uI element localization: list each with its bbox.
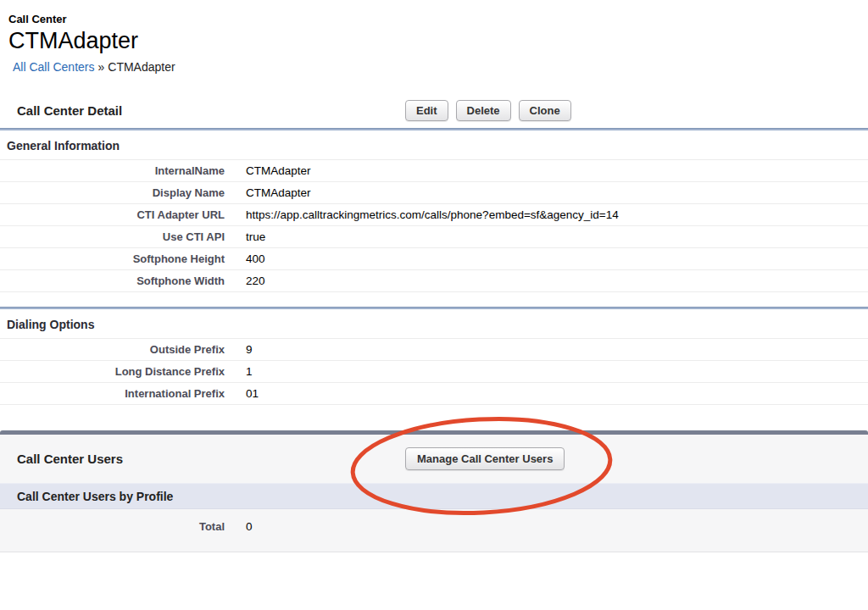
field-row-cti-adapter-url: CTI Adapter URL https://app.calltracking… (0, 204, 868, 226)
field-label: Softphone Width (0, 274, 225, 287)
field-value: 400 (225, 252, 265, 265)
page-header: Call Center CTMAdapter All Call Centers»… (0, 0, 868, 74)
total-row: Total 0 (0, 509, 868, 552)
field-value: 01 (225, 387, 259, 400)
field-value: 9 (225, 343, 253, 356)
breadcrumb-separator: » (97, 60, 104, 74)
field-row-use-cti-api: Use CTI API true (0, 226, 868, 248)
users-section-title: Call Center Users (17, 452, 123, 466)
field-value: https://app.calltrackingmetrics.com/call… (225, 208, 619, 221)
breadcrumb: All Call Centers»CTMAdapter (13, 60, 868, 74)
general-information-fields: InternalName CTMAdapter Display Name CTM… (0, 159, 868, 292)
breadcrumb-current: CTMAdapter (108, 60, 175, 74)
call-center-users-section: Call Center Users Manage Call Center Use… (0, 430, 868, 552)
field-row-softphone-height: Softphone Height 400 (0, 248, 868, 270)
dialing-options-fields: Outside Prefix 9 Long Distance Prefix 1 … (0, 338, 868, 405)
section-rule-dialing (0, 307, 868, 309)
detail-section-title: Call Center Detail (17, 103, 122, 118)
users-by-profile-subheader: Call Center Users by Profile (0, 483, 868, 509)
field-value: 1 (225, 365, 253, 378)
users-section-header: Call Center Users Manage Call Center Use… (0, 435, 868, 483)
delete-button[interactable]: Delete (456, 100, 511, 121)
detail-header: Call Center Detail Edit Delete Clone (0, 97, 868, 128)
field-label: Long Distance Prefix (0, 365, 225, 378)
field-value: CTMAdapter (225, 164, 311, 177)
clone-button[interactable]: Clone (519, 100, 571, 121)
section-title-general-information: General Information (7, 139, 868, 152)
total-label: Total (0, 520, 225, 533)
field-label: CTI Adapter URL (0, 208, 225, 221)
detail-button-group: Edit Delete Clone (405, 100, 571, 121)
field-label: InternalName (0, 164, 225, 177)
field-label: Softphone Height (0, 252, 225, 265)
field-value: true (225, 230, 265, 243)
field-row-internal-name: InternalName CTMAdapter (0, 160, 868, 182)
field-label: Display Name (0, 186, 225, 199)
section-title-dialing-options: Dialing Options (7, 318, 868, 331)
total-value: 0 (225, 520, 253, 533)
field-value: CTMAdapter (225, 186, 311, 199)
field-row-outside-prefix: Outside Prefix 9 (0, 339, 868, 361)
field-label: International Prefix (0, 387, 225, 400)
page-title: CTMAdapter (8, 28, 868, 53)
field-value: 220 (225, 274, 265, 287)
field-label: Use CTI API (0, 230, 225, 243)
edit-button[interactable]: Edit (405, 100, 448, 121)
breadcrumb-link-all-call-centers[interactable]: All Call Centers (13, 60, 94, 74)
field-row-international-prefix: International Prefix 01 (0, 383, 868, 405)
page-type-label: Call Center (8, 14, 868, 25)
field-row-softphone-width: Softphone Width 220 (0, 270, 868, 292)
field-row-long-distance-prefix: Long Distance Prefix 1 (0, 361, 868, 383)
users-by-profile-title: Call Center Users by Profile (17, 490, 173, 503)
field-row-display-name: Display Name CTMAdapter (0, 182, 868, 204)
manage-call-center-users-button[interactable]: Manage Call Center Users (405, 447, 565, 470)
field-label: Outside Prefix (0, 343, 225, 356)
section-rule-top (0, 128, 868, 130)
